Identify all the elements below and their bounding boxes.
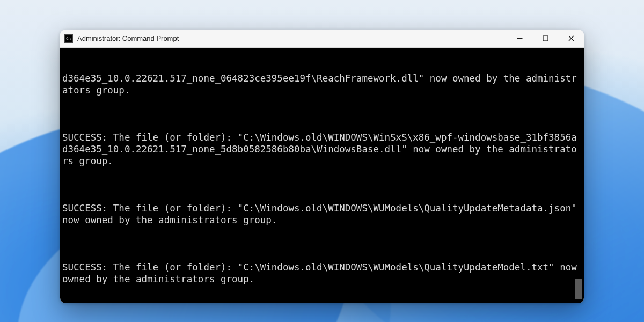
close-icon: [568, 35, 574, 41]
output-line: d364e35_10.0.22621.517_none_064823ce395e…: [62, 72, 582, 96]
maximize-icon: [543, 35, 548, 41]
window-title: Administrator: Command Prompt: [77, 34, 507, 42]
cmd-icon: [64, 34, 73, 43]
scrollbar-track[interactable]: [574, 49, 583, 302]
close-button[interactable]: [558, 30, 584, 47]
scrollbar-thumb[interactable]: [575, 279, 582, 299]
svg-rect-1: [543, 36, 548, 41]
terminal-area[interactable]: d364e35_10.0.22621.517_none_064823ce395e…: [60, 48, 584, 303]
window-controls: [507, 30, 584, 47]
titlebar[interactable]: Administrator: Command Prompt: [60, 30, 584, 48]
output-line: SUCCESS: The file (or folder): "C:\Windo…: [62, 261, 582, 285]
output-line: SUCCESS: The file (or folder): "C:\Windo…: [62, 131, 582, 167]
command-prompt-window: Administrator: Command Prompt d364e35_10…: [60, 30, 584, 303]
maximize-button[interactable]: [532, 30, 558, 47]
terminal-output[interactable]: d364e35_10.0.22621.517_none_064823ce395e…: [60, 48, 584, 303]
output-line: SUCCESS: The file (or folder): "C:\Windo…: [62, 202, 582, 226]
minimize-icon: [517, 35, 523, 41]
minimize-button[interactable]: [507, 30, 532, 47]
